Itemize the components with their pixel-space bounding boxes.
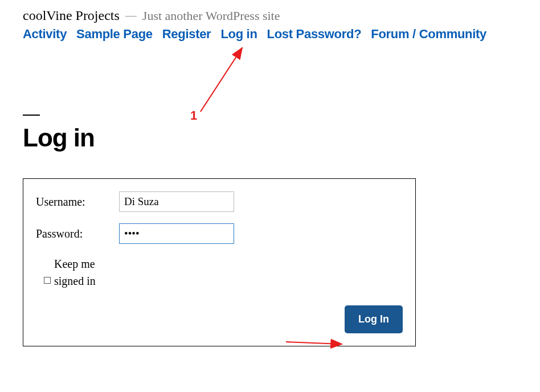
page-title: Log in — [23, 124, 517, 152]
nav-register[interactable]: Register — [162, 27, 211, 42]
keep-signed-in-checkbox[interactable] — [44, 277, 51, 284]
login-form: Username: Password: Keep me signed in Lo… — [23, 178, 416, 346]
annotation-number-1: 1 — [190, 108, 197, 123]
username-input[interactable] — [119, 191, 234, 212]
site-title[interactable]: coolVine Projects — [23, 8, 120, 23]
keep-signed-in-label: Keep me signed in — [54, 255, 111, 289]
site-tagline: Just another WordPress site — [142, 9, 280, 23]
password-input[interactable] — [119, 223, 234, 244]
tagline-separator: — — [125, 9, 137, 22]
nav-sample-page[interactable]: Sample Page — [76, 27, 153, 42]
login-button[interactable]: Log In — [345, 305, 403, 333]
submit-row: Log In — [36, 305, 403, 333]
nav-activity[interactable]: Activity — [23, 27, 67, 42]
password-label: Password: — [36, 227, 119, 240]
annotation-arrow-1 — [201, 48, 242, 112]
nav-forum-community[interactable]: Forum / Community — [371, 27, 486, 42]
nav-lost-password[interactable]: Lost Password? — [267, 27, 362, 42]
password-row: Password: — [36, 223, 403, 244]
title-dash — [23, 115, 40, 116]
nav-log-in[interactable]: Log in — [220, 27, 257, 42]
site-header: coolVine Projects — Just another WordPre… — [23, 8, 517, 23]
primary-nav: Activity Sample Page Register Log in Los… — [23, 27, 517, 42]
username-label: Username: — [36, 195, 119, 209]
keep-signed-in-row: Keep me signed in — [44, 255, 403, 289]
username-row: Username: — [36, 191, 403, 212]
